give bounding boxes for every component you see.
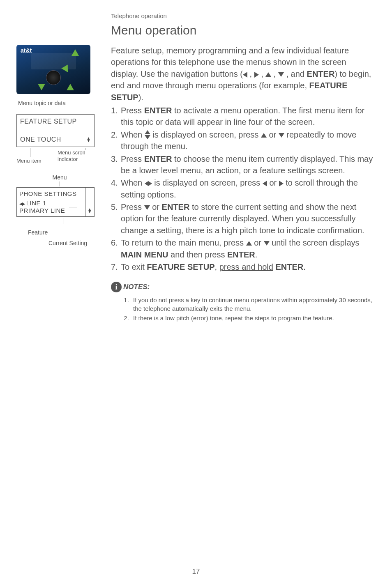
down-arrow-icon (278, 72, 284, 77)
up-arrow-icon (261, 133, 267, 138)
step-6: To return to the main menu, press or unt… (111, 237, 376, 260)
step-1: Press ENTER to activate a menu operation… (111, 105, 376, 128)
lcd2-line2: LINE 1 (26, 200, 46, 207)
arrow-icon (38, 84, 45, 90)
step-3: Press ENTER to choose the menu item curr… (111, 153, 376, 177)
annotation-menu-scroll: Menu scroll (58, 149, 85, 156)
info-icon: i (111, 282, 122, 292)
up-arrow-icon (246, 241, 252, 246)
annotation-menu-topic: Menu topic or data (18, 100, 103, 106)
step-4: When is displayed on screen, press or to… (111, 177, 376, 200)
annotation-indicator: indicator (58, 156, 78, 162)
left-arrow-icon (263, 181, 267, 186)
left-arrow-icon (243, 72, 247, 78)
down-arrow-icon (279, 133, 284, 138)
up-arrow-icon (265, 72, 271, 77)
arrow-icon (67, 84, 74, 90)
steps-list: Press ENTER to activate a menu operation… (111, 105, 376, 273)
step-7: To exit FEATURE SETUP, press and hold EN… (111, 261, 376, 273)
annotation-current-setting: Current Setting (48, 240, 103, 246)
page-number: 17 (0, 567, 392, 576)
scroll-indicator-icon: ▲▼ (88, 208, 92, 213)
lcd2-line3: PRIMARY LINE (19, 207, 83, 214)
scroll-indicator-icon: ▲▼ (87, 137, 91, 142)
step-5: Press or ENTER to store the current sett… (111, 201, 376, 236)
breadcrumb: Telephone operation (111, 12, 376, 19)
annotation-feature: Feature (28, 229, 103, 236)
brand-label: at&t (21, 47, 32, 54)
notes-list: If you do not press a key to continue me… (111, 296, 376, 322)
note-2: If there is a low pitch (error) tone, re… (131, 314, 376, 322)
arrow-icon (71, 49, 79, 56)
up-down-icon (145, 130, 150, 139)
annotation-menu-item: Menu item (16, 158, 42, 164)
down-arrow-icon (264, 241, 270, 246)
left-right-icon (145, 181, 152, 186)
right-arrow-icon (279, 181, 284, 186)
notes-heading: i NOTES: (111, 282, 376, 292)
right-arrow-icon (254, 72, 259, 78)
page-title: Menu operation (111, 23, 376, 37)
step-2: When is displayed on screen, press or re… (111, 129, 376, 152)
lcd-example-2: PHONE SETTINGS ◀▶ LINE 1 PRIMARY LINE ▲▼ (16, 187, 95, 217)
lcd1-line2: ONE TOUCH (20, 136, 61, 143)
annotation-menu: Menu (16, 174, 103, 181)
note-1: If you do not press a key to continue me… (131, 296, 376, 313)
lcd1-line1: FEATURE SETUP (20, 118, 91, 125)
phone-illustration: at&t (16, 45, 90, 94)
down-arrow-icon (144, 205, 150, 210)
lcd2-line1: PHONE SETTINGS (19, 190, 83, 197)
lcd-example-1: FEATURE SETUP ONE TOUCH ▲▼ (16, 114, 95, 147)
left-right-icon: ◀▶ (19, 201, 24, 206)
intro-paragraph: Feature setup, memory programming and a … (111, 45, 376, 103)
